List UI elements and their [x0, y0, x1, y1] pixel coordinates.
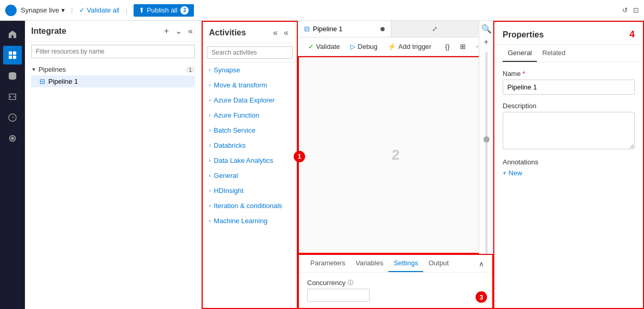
code-view-btn[interactable]: {}: [441, 41, 454, 53]
publish-all-button[interactable]: ⬆ Publish all 2: [134, 4, 194, 17]
activity-batch-service[interactable]: › Batch Service: [203, 123, 297, 138]
concurrency-input[interactable]: [307, 289, 370, 302]
tab-parameters[interactable]: Parameters: [305, 255, 350, 272]
zoom-slider[interactable]: [485, 56, 488, 254]
filter-input[interactable]: [31, 45, 195, 58]
pipeline-name: Pipeline 1: [48, 78, 78, 85]
activity-hdinsight[interactable]: › HDInsight: [203, 183, 297, 198]
properties-title: Properties: [503, 30, 544, 40]
pipelines-section-header[interactable]: ▼ Pipelines 1: [31, 63, 195, 75]
activity-label: Synapse: [214, 66, 240, 74]
publish-icon: ⬆: [139, 6, 144, 14]
chevron-icon: ›: [209, 158, 211, 163]
activity-synapse[interactable]: › Synapse: [203, 62, 297, 78]
sidebar-filter: [25, 42, 201, 61]
add-annotation-button[interactable]: + New: [503, 169, 522, 177]
nav-develop-icon[interactable]: [3, 87, 22, 106]
chevron-icon: ›: [209, 127, 211, 133]
name-field: Name *: [503, 70, 635, 95]
pipelines-chevron: ▼: [31, 67, 36, 72]
activities-panel: Activities « « › Synapse › Move & transf…: [202, 21, 298, 309]
synapse-chevron: ▾: [61, 6, 65, 14]
chevron-icon: ›: [209, 67, 211, 73]
tab-variables[interactable]: Variables: [350, 255, 388, 272]
tab-area: ⊟ Pipeline 1 ⤢ ⋯: [298, 21, 493, 37]
nav-home-icon[interactable]: [3, 25, 22, 44]
synapse-selector[interactable]: Synapse live ▾: [21, 6, 65, 14]
activities-header: Activities « «: [203, 22, 297, 43]
trigger-icon: ⚡: [388, 43, 396, 50]
publish-label: Publish all: [147, 6, 177, 14]
validate-check-icon: ✓: [308, 43, 314, 50]
activity-label: HDInsight: [214, 187, 243, 195]
add-icon: +: [503, 169, 507, 177]
canvas-area[interactable]: 2: [298, 56, 493, 254]
description-textarea[interactable]: [503, 112, 635, 149]
pipelines-label: Pipelines: [38, 66, 66, 73]
annotations-section: Annotations + New: [503, 158, 635, 177]
prop-tab-related[interactable]: Related: [537, 45, 571, 62]
chevron-icon: ›: [209, 188, 211, 194]
nav-data-icon[interactable]: [3, 67, 22, 85]
tab-expand-icon[interactable]: ⤢: [428, 21, 442, 37]
activity-machine-learning[interactable]: › Machine Learning: [203, 213, 297, 228]
activities-collapse-btn[interactable]: «: [271, 27, 280, 38]
nav-icons: [0, 21, 25, 309]
nav-monitor-icon[interactable]: [3, 108, 22, 127]
activity-databricks[interactable]: › Databricks: [203, 138, 297, 153]
screenshot-icon[interactable]: ⊡: [633, 6, 639, 14]
table-view-btn[interactable]: ⊞: [456, 41, 470, 53]
activity-azure-data-explorer[interactable]: › Azure Data Explorer: [203, 93, 297, 108]
properties-tabs: General Related: [494, 45, 643, 62]
activity-general[interactable]: › General: [203, 168, 297, 183]
pipeline-tab[interactable]: ⊟ Pipeline 1: [298, 21, 391, 37]
canvas-main: 2 🔍 + − ⊡ ⊞: [298, 56, 493, 254]
bottom-tabs: Parameters Variables Settings Output ∧: [299, 255, 492, 273]
properties-body: Name * Description Annotations + New: [494, 62, 643, 308]
nav-integrate-icon[interactable]: [3, 46, 22, 65]
bottom-panel-close[interactable]: ∧: [477, 258, 486, 270]
sidebar-add-button[interactable]: +: [162, 25, 171, 37]
add-trigger-label: Add trigger: [398, 43, 431, 50]
name-label: Name *: [503, 70, 635, 78]
nav-manage-icon[interactable]: [3, 129, 22, 148]
activity-move-transform[interactable]: › Move & transform: [203, 78, 297, 93]
svg-rect-1: [13, 52, 16, 55]
canvas-container: ⊟ Pipeline 1 ⤢ ⋯ ✓ Validate ▷ Debug ⚡ Ad…: [298, 21, 493, 309]
add-trigger-button[interactable]: ⚡ Add trigger: [384, 41, 436, 53]
tab-output[interactable]: Output: [423, 255, 454, 272]
refresh-icon[interactable]: ↺: [622, 6, 628, 14]
unsaved-dot: [380, 27, 385, 31]
bottom-panel-number-badge: 3: [476, 291, 487, 303]
activities-number-badge: 1: [294, 151, 305, 162]
name-text: Name: [503, 70, 521, 78]
name-input[interactable]: [503, 80, 635, 95]
required-marker: *: [522, 70, 525, 78]
pipeline-item[interactable]: ⊟ Pipeline 1: [31, 75, 195, 87]
sidebar-actions: + ⌄ «: [162, 25, 195, 37]
topbar: Synapse live ▾ | ✓ Validate all | ⬆ Publ…: [0, 0, 644, 21]
activity-azure-function[interactable]: › Azure Function: [203, 108, 297, 123]
activities-pin-btn[interactable]: «: [282, 27, 291, 38]
concurrency-text: Concurrency: [307, 279, 346, 287]
activities-search-input[interactable]: [207, 46, 293, 59]
sidebar-close-button[interactable]: «: [186, 25, 195, 37]
activity-iteration-conditionals[interactable]: › Iteration & conditionals: [203, 198, 297, 213]
properties-panel: Properties 4 General Related Name * Desc…: [493, 21, 644, 309]
debug-button[interactable]: ▷ Debug: [346, 41, 382, 53]
activity-label: Azure Function: [214, 111, 259, 119]
tab-settings[interactable]: Settings: [388, 255, 423, 272]
activity-data-lake-analytics[interactable]: › Data Lake Analytics: [203, 153, 297, 168]
chevron-icon: ›: [209, 203, 211, 209]
synapse-label: Synapse live: [21, 6, 59, 14]
validate-all-button[interactable]: ✓ Validate all: [79, 6, 120, 14]
validate-icon: ✓: [79, 6, 85, 14]
validate-button[interactable]: ✓ Validate: [304, 41, 344, 53]
svg-rect-3: [13, 56, 16, 59]
svg-rect-0: [9, 52, 12, 55]
sidebar-collapse-button[interactable]: ⌄: [173, 25, 184, 37]
activity-label: Iteration & conditionals: [214, 202, 282, 210]
activity-label: Azure Data Explorer: [214, 96, 274, 104]
pipeline-icon: ⊟: [40, 78, 45, 85]
prop-tab-general[interactable]: General: [503, 45, 537, 62]
